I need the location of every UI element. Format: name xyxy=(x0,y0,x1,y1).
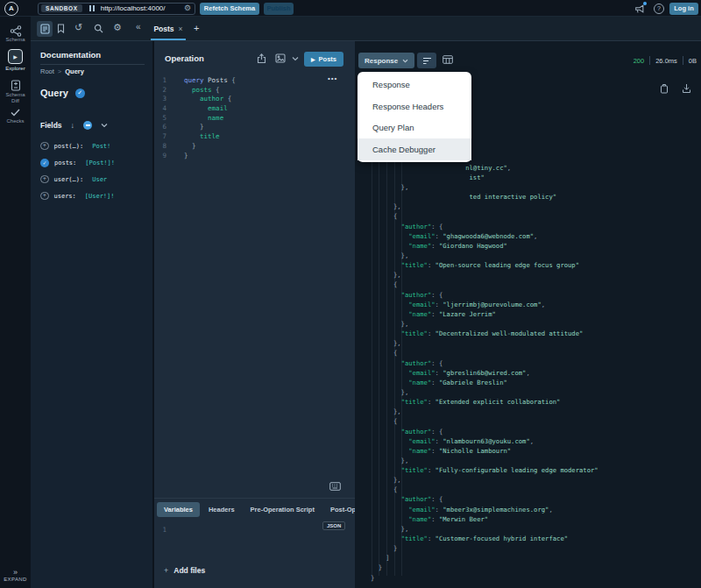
nav-item-schema-diff[interactable]: Schema Diff xyxy=(0,80,31,104)
response-line: "title": "Fully-configurable leading edg… xyxy=(371,465,701,475)
active-tab-underline xyxy=(151,39,186,40)
field-add-icon[interactable]: + xyxy=(40,142,49,151)
add-files-button[interactable]: + Add files xyxy=(164,566,205,575)
field-type[interactable]: [Post!]! xyxy=(85,159,115,166)
code-line: 5 name xyxy=(154,114,355,124)
code-line: 9} xyxy=(154,152,355,161)
response-line: "title": "Customer-focused hybrid interf… xyxy=(371,534,701,543)
field-add-icon[interactable]: + xyxy=(40,192,49,201)
breadcrumb: Root>Query xyxy=(40,67,84,75)
tab-pre-operation-script[interactable]: Pre-Operation Script xyxy=(244,502,322,517)
breadcrumb-current: Query xyxy=(65,67,84,75)
collapse-icon[interactable]: « xyxy=(136,23,141,32)
apollo-logo[interactable]: A xyxy=(4,2,18,16)
menu-item-response-headers[interactable]: Response Headers xyxy=(358,96,471,117)
line-number: 8 xyxy=(154,142,172,152)
bookmark-icon[interactable] xyxy=(57,24,65,33)
code-line: 6 } xyxy=(154,123,355,132)
chevron-down-icon[interactable] xyxy=(292,56,299,61)
menu-item-query-plan[interactable]: Query Plan xyxy=(358,117,471,139)
field-type[interactable]: [User!]! xyxy=(85,193,115,200)
tab-variables[interactable]: Variables xyxy=(157,502,200,517)
connection-settings-gear-icon[interactable]: ⚙ xyxy=(184,4,191,12)
tab-headers[interactable]: Headers xyxy=(202,502,242,517)
operation-collections-button[interactable] xyxy=(37,21,53,37)
history-icon[interactable]: ↺ xyxy=(74,23,82,32)
menu-item-response[interactable]: Response xyxy=(358,74,471,96)
explorer-icon: ▶ xyxy=(8,49,23,64)
nav-item-schema[interactable]: Schema xyxy=(0,25,31,43)
new-tab-button[interactable]: + xyxy=(194,22,199,34)
share-icon[interactable] xyxy=(257,53,266,64)
menu-item-cache-debugger[interactable]: Cache Debugger xyxy=(358,138,471,160)
field-name: post(…): xyxy=(54,143,84,150)
endpoint-url-bar[interactable]: SANDBOX http://localhost:4000/ ⚙ xyxy=(38,3,195,15)
download-icon[interactable] xyxy=(682,83,691,94)
response-line: { xyxy=(371,280,701,289)
help-icon[interactable]: ? xyxy=(654,4,664,14)
response-line: "author": { xyxy=(371,494,701,504)
search-icon[interactable] xyxy=(94,24,103,33)
check-circle-icon[interactable]: ✓ xyxy=(75,89,85,98)
tab-posts[interactable]: Posts × xyxy=(151,17,186,40)
tab-close-icon[interactable]: × xyxy=(179,25,183,33)
field-type[interactable]: User xyxy=(92,176,107,183)
nav-item-explorer[interactable]: ▶ Explorer xyxy=(0,49,31,72)
response-line: { xyxy=(371,211,701,221)
variables-editor[interactable]: 1 xyxy=(154,526,172,534)
response-view-dropdown[interactable]: Response xyxy=(358,53,414,68)
keyboard-shortcuts-icon[interactable] xyxy=(329,482,341,491)
field-check-icon[interactable]: ✓ xyxy=(40,159,49,167)
code-line: 4 email xyxy=(154,104,355,114)
field-row[interactable]: +post(…):Post! xyxy=(40,138,150,154)
checks-icon xyxy=(10,108,21,117)
line-number: 5 xyxy=(154,114,172,124)
play-icon: ▶ xyxy=(311,56,315,62)
tab-post-operation-script[interactable]: Post-Operation Script xyxy=(323,502,355,517)
breadcrumb-root[interactable]: Root xyxy=(40,67,54,75)
fields-list: +post(…):Post!✓posts:[Post!]!+user(…):Us… xyxy=(40,138,150,204)
response-line: } xyxy=(371,543,701,553)
chevron-down-icon[interactable] xyxy=(101,123,108,128)
type-name: Query xyxy=(40,88,68,98)
response-json[interactable]: { "data": { "posts": [ { "author": { nl@… xyxy=(371,114,701,583)
latency: 26.0ms xyxy=(655,57,677,65)
documentation-panel: Documentation Root>Query Query ✓ Fields … xyxy=(31,41,154,588)
format-button[interactable] xyxy=(417,53,436,68)
table-icon[interactable] xyxy=(443,55,453,64)
response-line: "name": "Lazare Jerrim" xyxy=(371,309,701,319)
refetch-schema-button[interactable]: Refetch Schema xyxy=(200,3,259,15)
divider xyxy=(40,64,145,65)
nav-item-checks[interactable]: Checks xyxy=(0,108,31,124)
preview-icon[interactable] xyxy=(275,53,286,63)
field-row[interactable]: +users:[User!]! xyxy=(40,188,150,204)
expand-button[interactable]: » EXPAND xyxy=(0,568,31,583)
response-panel: Response 200 26.0ms 0B xyxy=(355,41,701,588)
response-line: "author": { xyxy=(371,222,701,231)
copy-icon[interactable] xyxy=(660,83,669,94)
response-line: }, xyxy=(371,270,701,280)
url-input[interactable]: http://localhost:4000/ xyxy=(101,4,166,12)
line-number: 6 xyxy=(154,123,172,132)
expand-icon: » xyxy=(0,568,31,577)
field-row[interactable]: +user(…):User xyxy=(40,171,150,188)
operation-panel: Operation ▶ Posts ••• 1query Posts {2 po… xyxy=(154,41,355,588)
field-row[interactable]: ✓posts:[Post!]! xyxy=(40,154,150,171)
minus-circle-icon[interactable] xyxy=(83,121,92,130)
sandbox-badge: SANDBOX xyxy=(41,4,82,12)
gear-icon[interactable]: ⚙ xyxy=(113,23,122,32)
code-editor[interactable]: 1query Posts {2 posts {3 author {4 email… xyxy=(154,76,355,160)
response-line: "email": "gbreslin6b@wired.com", xyxy=(371,368,701,378)
sort-arrow-icon[interactable]: ↓ xyxy=(71,121,75,130)
field-add-icon[interactable]: + xyxy=(40,175,49,184)
run-button[interactable]: ▶ Posts xyxy=(304,52,343,67)
publish-button[interactable]: Publish xyxy=(264,3,294,15)
field-type[interactable]: Post! xyxy=(92,143,110,150)
code-line: 2 posts { xyxy=(154,86,355,96)
pause-icon[interactable] xyxy=(89,5,95,11)
response-line: "author": { xyxy=(371,358,701,368)
panel-title: Documentation xyxy=(40,50,101,60)
status-code: 200 xyxy=(634,57,645,65)
fields-header: Fields ↓ xyxy=(40,121,108,130)
login-button[interactable]: Log in xyxy=(669,3,698,15)
